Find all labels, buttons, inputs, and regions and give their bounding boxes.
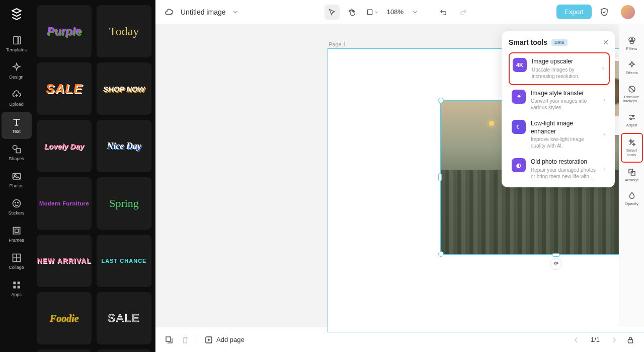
svg-rect-9 [13,227,20,234]
resize-handle-bm[interactable] [552,253,560,257]
smart-item-lowlight[interactable]: ☾ Low-light image enhancerImprove low-li… [509,115,610,154]
topbar: Untitled image 108% Export [155,0,644,24]
hand-tool[interactable] [345,5,360,20]
svg-rect-13 [17,281,20,284]
text-style-niceday[interactable]: Nice Day [97,120,151,172]
nav-shapes[interactable]: Shapes [2,139,32,166]
rail-effects[interactable]: Effects [621,56,643,80]
nav-templates[interactable]: Templates [2,30,32,57]
lock-icon[interactable] [626,335,635,344]
panel-title: Smart tools [509,38,547,46]
text-style-extra2[interactable] [97,349,151,352]
nav-apps[interactable]: Apps [2,275,32,302]
svg-point-25 [630,118,631,120]
nav-collage[interactable]: Collage [2,248,32,275]
text-style-lovely[interactable]: Lovely Day [37,120,92,172]
zoom-level[interactable]: 108% [387,8,404,16]
text-style-sale2[interactable]: SALE [97,292,151,344]
undo-button[interactable] [436,5,451,20]
nav-photos[interactable]: Photos [2,166,32,193]
rail-opacity[interactable]: Opacity [621,187,643,210]
right-rail: Filters Effects Remove backgro... Adjust… [619,24,644,327]
rail-arrange[interactable]: Arrange [621,164,643,187]
text-style-spring[interactable]: Spring [97,177,151,230]
svg-point-7 [15,202,16,203]
canvas-area[interactable]: Page 1 Lovel Image upscaler [155,24,644,327]
restoration-icon: ◐ [512,158,526,172]
nav-text[interactable]: Text [2,112,32,139]
text-styles-panel: Purple Today SALE SHOP NOW Lovely Day Ni… [33,0,155,352]
svg-point-6 [13,200,20,207]
svg-rect-1 [19,37,20,44]
rail-adjust[interactable]: Adjust [621,109,643,132]
next-page-icon[interactable] [610,335,619,344]
svg-point-23 [630,40,634,44]
text-style-foodie[interactable]: Foodie [37,292,92,344]
upscaler-icon: 4K [513,58,527,72]
resize-handle-bl[interactable] [438,251,444,257]
artboard-tool[interactable] [365,5,380,20]
pointer-tool[interactable] [325,5,340,20]
redo-button[interactable] [456,5,471,20]
text-style-sale[interactable]: SALE [37,62,92,115]
smart-item-upscaler[interactable]: 4K Image upscalerUpscale images by incre… [509,52,610,85]
nav-stickers[interactable]: Stickers [2,193,32,221]
trash-icon[interactable] [181,335,190,344]
rail-remove-bg[interactable]: Remove backgro... [621,81,643,108]
text-style-newarrival[interactable]: NEW ARRIVAL [37,235,92,287]
close-icon[interactable] [602,38,610,46]
svg-rect-16 [367,10,372,14]
svg-point-24 [632,115,633,117]
resize-handle-tl[interactable] [438,98,444,103]
chevron-right-icon [601,66,606,71]
smart-item-restoration[interactable]: ◐ Old photo restorationRepair your damag… [509,154,610,184]
svg-rect-15 [17,286,20,289]
title-chevron-icon[interactable] [232,9,239,16]
beta-badge: Beta [551,39,568,46]
chevron-right-icon [602,98,607,103]
app-logo[interactable] [8,5,26,23]
smart-item-style-transfer[interactable]: ✦ Image style transferConvert your image… [509,85,610,116]
rail-filters[interactable]: Filters [621,32,643,55]
shield-icon[interactable] [597,5,612,20]
text-style-lastchance[interactable]: LAST CHANCE [97,235,151,287]
chevron-right-icon [602,167,607,172]
prev-page-icon[interactable] [572,335,581,344]
svg-rect-3 [16,149,20,153]
nav-frames[interactable]: Frames [2,221,32,248]
text-style-modern[interactable]: Modern Furniture [37,177,92,230]
export-button[interactable]: Export [556,5,592,19]
page-label: Page 1 [329,41,346,47]
svg-rect-10 [15,229,18,233]
text-style-today[interactable]: Today [97,5,151,57]
nav-upload[interactable]: Upload [2,85,32,112]
zoom-chevron-icon[interactable] [412,9,419,16]
rotate-handle[interactable] [550,258,562,270]
chevron-right-icon [602,132,607,137]
document-title[interactable]: Untitled image [181,8,226,16]
text-style-purple[interactable]: Purple [37,5,92,57]
cloud-icon[interactable] [165,8,174,17]
smart-tools-panel: Smart tools Beta 4K Image upscalerUpscal… [502,31,615,187]
left-nav: Templates Design Upload Text Shapes Phot… [0,0,33,352]
text-style-extra1[interactable] [37,349,92,352]
rail-smart-tools[interactable]: Smart tools [621,133,643,163]
add-page-button[interactable]: Add page [204,335,245,344]
lowlight-icon: ☾ [512,120,526,134]
svg-rect-12 [13,281,16,284]
svg-point-8 [17,202,18,203]
layers-icon[interactable] [165,335,174,344]
page-indicator: 1/1 [591,336,600,343]
text-style-shopnow[interactable]: SHOP NOW [97,62,151,115]
svg-rect-28 [166,337,171,341]
user-avatar[interactable] [621,5,635,19]
nav-design[interactable]: Design [2,57,32,85]
svg-rect-14 [13,286,16,289]
resize-handle-ml[interactable] [438,173,442,181]
main-area: Untitled image 108% Export Page 1 Lovel [155,0,644,352]
style-transfer-icon: ✦ [512,90,526,104]
svg-rect-30 [628,339,633,343]
svg-rect-0 [14,37,18,44]
